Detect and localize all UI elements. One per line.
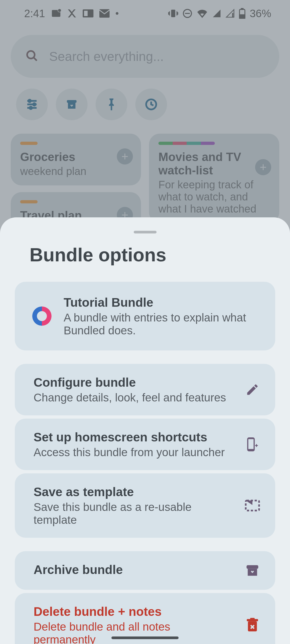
pencil-icon [244,383,260,397]
option-shortcuts[interactable]: Set up homescreen shortcuts Access this … [15,419,275,470]
option-archive[interactable]: Archive bundle [15,551,275,590]
option-sub: Delete bundle and all notes permanently [34,620,232,644]
option-title: Archive bundle [34,562,232,577]
archive-icon [244,564,260,577]
bundle-desc: A bundle with entries to explain what Bu… [64,311,260,337]
sheet-handle[interactable] [134,231,157,233]
option-title: Set up homescreen shortcuts [34,430,232,444]
option-title: Save as template [34,485,232,499]
option-sub: Change details, look, feel and features [34,391,232,404]
bundle-name: Tutorial Bundle [64,295,260,310]
option-sub: Save this bundle as a re-usable template [34,501,232,526]
svg-rect-31 [250,618,255,620]
trash-icon [244,618,260,633]
bundle-options-sheet: Bundle options Tutorial Bundle A bundle … [0,217,290,644]
option-title: Delete bundle + notes [34,604,232,619]
sheet-title: Bundle options [30,244,275,266]
nav-gesture-bar[interactable] [111,636,179,639]
option-template[interactable]: Save as template Save this bundle as a r… [15,473,275,538]
svg-rect-25 [248,439,254,449]
svg-rect-27 [247,565,258,569]
option-sub: Access this bundle from your launcher [34,446,232,459]
phone-sparkle-icon [244,437,260,452]
bundle-header[interactable]: Tutorial Bundle A bundle with entries to… [15,282,275,350]
bundle-color-icon [32,306,52,326]
option-configure[interactable]: Configure bundle Change details, look, f… [15,364,275,415]
option-title: Configure bundle [34,375,232,390]
template-dashed-icon [244,499,260,512]
